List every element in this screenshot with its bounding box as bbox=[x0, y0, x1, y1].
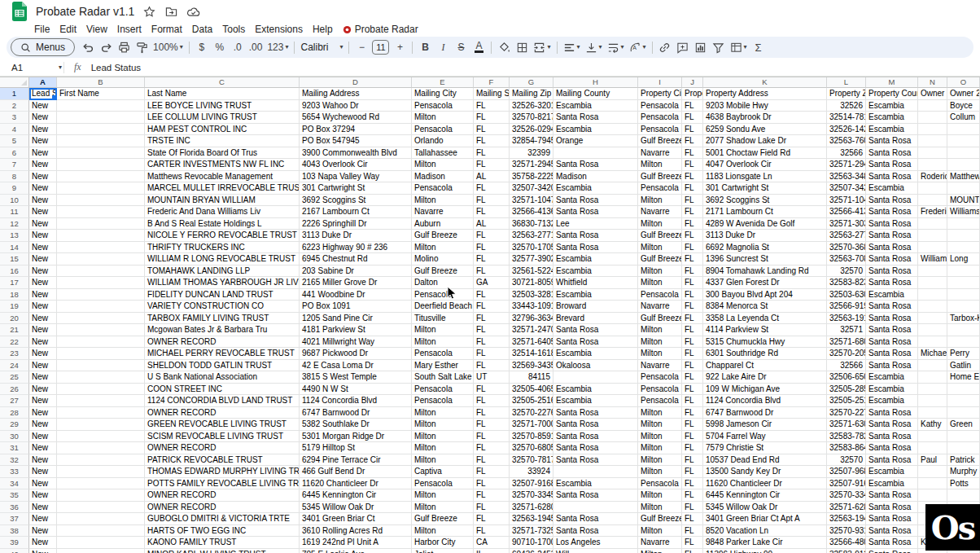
cell-L22[interactable]: 32571-6806 bbox=[827, 336, 866, 349]
cell-J40[interactable]: FL bbox=[682, 549, 703, 553]
cell-L37[interactable]: 32563-1945 bbox=[827, 513, 866, 525]
menu-tools[interactable]: Tools bbox=[217, 24, 250, 35]
cell-G34[interactable]: 32507-9168 bbox=[510, 478, 553, 490]
cell-K1[interactable]: Property Address bbox=[703, 88, 827, 100]
row-header-35[interactable]: 35 bbox=[0, 489, 29, 502]
cell-B18[interactable] bbox=[57, 289, 145, 301]
cell-J31[interactable]: FL bbox=[682, 442, 703, 454]
cell-L15[interactable]: 32563-7084 bbox=[827, 253, 866, 266]
cell-F23[interactable]: FL bbox=[474, 348, 510, 360]
cell-G29[interactable]: 32571-7000 bbox=[510, 419, 553, 431]
font-family-select[interactable]: Calibri ▾ bbox=[298, 38, 345, 56]
cell-A39[interactable]: New bbox=[29, 537, 57, 549]
cell-M18[interactable]: Escambia bbox=[866, 289, 918, 301]
cell-L25[interactable]: 32506-6501 bbox=[827, 371, 866, 384]
cell-H14[interactable]: Santa Rosa bbox=[553, 242, 638, 254]
cell-C14[interactable]: THRIFTY TRUCKERS INC bbox=[145, 242, 300, 254]
cell-F36[interactable]: FL bbox=[474, 502, 510, 514]
cell-B36[interactable] bbox=[57, 502, 145, 514]
more-formats-button[interactable]: 123 ▾ bbox=[265, 38, 291, 56]
cell-M34[interactable]: Escambia bbox=[866, 478, 918, 490]
cell-F13[interactable]: FL bbox=[474, 230, 510, 242]
cell-N26[interactable] bbox=[918, 384, 947, 396]
cell-D30[interactable]: 5301 Morgan Ridge Dr bbox=[300, 431, 412, 443]
undo-button[interactable] bbox=[79, 38, 97, 56]
insert-comment-button[interactable] bbox=[674, 38, 692, 56]
cell-A37[interactable]: New bbox=[29, 513, 57, 525]
cell-D29[interactable]: 5382 Southlake Dr bbox=[300, 419, 412, 431]
menus-search-button[interactable]: Menus bbox=[11, 38, 75, 56]
cell-K8[interactable]: 1183 Lionsgate Ln bbox=[703, 171, 827, 183]
cell-D16[interactable]: 203 Sabine Dr bbox=[300, 266, 412, 278]
cell-G4[interactable]: 32526-0294 bbox=[510, 124, 553, 136]
insert-chart-button[interactable] bbox=[692, 38, 710, 56]
cell-G25[interactable]: 84115 bbox=[510, 371, 553, 384]
cell-F17[interactable]: GA bbox=[474, 277, 510, 289]
menu-edit[interactable]: Edit bbox=[55, 24, 81, 35]
cell-O4[interactable] bbox=[947, 124, 980, 136]
cell-E25[interactable]: South Salt Lake bbox=[412, 371, 474, 384]
cell-F25[interactable]: UT bbox=[474, 371, 510, 384]
cell-D10[interactable]: 3692 Scoggins St bbox=[300, 195, 412, 207]
cell-B3[interactable] bbox=[57, 112, 145, 124]
cell-C13[interactable]: NICOLE Y FERRO REVOCABLE TRUST bbox=[145, 230, 300, 242]
cell-E35[interactable]: Milton bbox=[412, 489, 474, 502]
menu-insert[interactable]: Insert bbox=[112, 24, 147, 35]
cell-L27[interactable]: 32505-2516 bbox=[827, 395, 866, 407]
cell-B21[interactable] bbox=[57, 324, 145, 336]
cell-J1[interactable]: Property State bbox=[682, 88, 703, 100]
decrease-font-size-button[interactable]: − bbox=[352, 38, 370, 56]
cell-C39[interactable]: KAONO FAMILY TRUST bbox=[145, 537, 300, 549]
cell-O16[interactable] bbox=[947, 266, 980, 278]
cell-H20[interactable]: Brevard bbox=[553, 313, 638, 325]
cell-C2[interactable]: LEE BOYCE LIVING TRUST bbox=[145, 100, 300, 112]
cell-M26[interactable]: Escambia bbox=[866, 384, 918, 396]
cell-N32[interactable]: Paul bbox=[918, 454, 947, 467]
cell-H18[interactable]: Escambia bbox=[553, 289, 638, 301]
cell-K32[interactable]: 10537 Dead End Rd bbox=[703, 454, 827, 467]
cell-F15[interactable]: FL bbox=[474, 253, 510, 266]
merge-cells-button[interactable]: ▾ bbox=[531, 38, 553, 56]
cell-H2[interactable]: Escambia bbox=[553, 100, 638, 112]
cell-D20[interactable]: 1205 Sand Pine Cir bbox=[300, 313, 412, 325]
cell-H26[interactable]: Escambia bbox=[553, 384, 638, 396]
cell-N27[interactable] bbox=[918, 395, 947, 407]
cell-O34[interactable]: Potts bbox=[947, 478, 980, 490]
cell-B4[interactable] bbox=[57, 124, 145, 136]
cell-H37[interactable]: Santa Rosa bbox=[553, 513, 638, 525]
cell-E37[interactable]: Gulf Breeze bbox=[412, 513, 474, 525]
cell-G39[interactable]: 90710-1700 bbox=[510, 537, 553, 549]
cell-F4[interactable]: FL bbox=[474, 124, 510, 136]
cell-B23[interactable] bbox=[57, 348, 145, 360]
cell-A25[interactable]: New bbox=[29, 371, 57, 384]
column-header-E[interactable]: E bbox=[412, 77, 474, 88]
cell-D3[interactable]: 5654 Wychewood Rd bbox=[300, 112, 412, 124]
cell-I39[interactable]: Navarre bbox=[638, 537, 682, 549]
cell-E38[interactable]: Milton bbox=[412, 525, 474, 538]
cell-A8[interactable]: New bbox=[29, 171, 57, 183]
cell-B7[interactable] bbox=[57, 159, 145, 171]
cell-G1[interactable]: Mailing Zip bbox=[510, 88, 553, 100]
cell-M14[interactable]: Santa Rosa bbox=[866, 242, 918, 254]
row-header-34[interactable]: 34 bbox=[0, 478, 29, 490]
cell-B27[interactable] bbox=[57, 395, 145, 407]
row-header-28[interactable]: 28 bbox=[0, 407, 29, 419]
cell-N19[interactable] bbox=[918, 301, 947, 313]
cell-K13[interactable]: 3113 Duke Dr bbox=[703, 230, 827, 242]
zoom-select[interactable]: 100% ▾ bbox=[151, 38, 186, 56]
cell-C37[interactable]: GUBOGLO DMITRI & VICTORIA TRTE bbox=[145, 513, 300, 525]
cell-H28[interactable]: Santa Rosa bbox=[553, 407, 638, 419]
cell-G8[interactable]: 35758-2225 bbox=[510, 171, 553, 183]
cell-F31[interactable]: FL bbox=[474, 442, 510, 454]
cell-E27[interactable]: Pensacola bbox=[412, 395, 474, 407]
row-header-19[interactable]: 19 bbox=[0, 301, 29, 313]
cell-N3[interactable] bbox=[918, 112, 947, 124]
text-wrap-button[interactable]: ▾ bbox=[605, 38, 627, 56]
cell-F3[interactable]: FL bbox=[474, 112, 510, 124]
cell-H3[interactable]: Santa Rosa bbox=[553, 112, 638, 124]
cell-D23[interactable]: 9687 Pickwood Dr bbox=[300, 348, 412, 360]
cell-I6[interactable]: Navarre bbox=[638, 147, 682, 160]
cell-O33[interactable]: Murphy bbox=[947, 466, 980, 478]
cell-F24[interactable]: FL bbox=[474, 360, 510, 372]
cell-L31[interactable]: 32583-8648 bbox=[827, 442, 866, 454]
